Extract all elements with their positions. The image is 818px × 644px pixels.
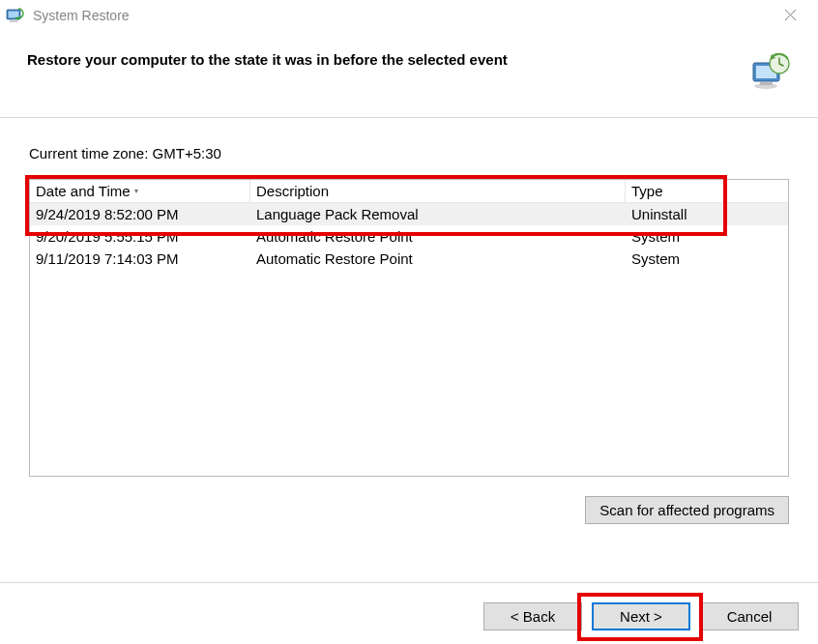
scan-affected-button[interactable]: Scan for affected programs [585,496,789,524]
column-header-description[interactable]: Description [250,180,626,202]
titlebar: System Restore [0,0,818,30]
system-restore-icon [6,7,25,24]
timezone-label: Current time zone: GMT+5:30 [29,145,789,161]
column-label: Description [256,183,329,199]
cancel-button[interactable]: Cancel [700,602,799,630]
page-heading: Restore your computer to the state it wa… [27,51,731,68]
cell-description: Language Pack Removal [250,205,626,223]
back-button[interactable]: < Back [483,602,582,630]
cell-type: System [626,249,788,268]
cell-date: 9/11/2019 7:14:03 PM [30,249,250,268]
restore-large-icon [750,51,791,92]
window-title: System Restore [33,8,769,23]
cell-type: System [626,227,788,246]
footer-divider [0,582,818,583]
table-row[interactable]: 9/11/2019 7:14:03 PMAutomatic Restore Po… [30,248,788,270]
column-header-date[interactable]: Date and Time ▾ [30,180,250,202]
table-header: Date and Time ▾ Description Type [30,180,788,203]
wizard-header: Restore your computer to the state it wa… [0,30,818,118]
table-body: 9/24/2019 8:52:00 PMLanguage Pack Remova… [30,203,788,270]
svg-rect-1 [9,11,19,17]
cell-type: Uninstall [626,205,788,223]
column-header-type[interactable]: Type [626,180,788,202]
cell-description: Automatic Restore Point [250,249,626,268]
svg-rect-9 [760,82,773,85]
cell-date: 9/24/2019 8:52:00 PM [30,205,250,223]
table-row[interactable]: 9/24/2019 8:52:00 PMLanguage Pack Remova… [30,203,788,225]
cell-description: Automatic Restore Point [250,227,626,246]
table-row[interactable]: 9/20/2019 5:55:15 PMAutomatic Restore Po… [30,225,788,248]
close-button[interactable] [769,1,812,29]
cell-date: 9/20/2019 5:55:15 PM [30,227,250,246]
wizard-buttons: < Back Next > Cancel [483,602,799,630]
sort-indicator-icon: ▾ [134,187,138,195]
column-label: Date and Time [36,183,131,199]
next-button[interactable]: Next > [592,602,690,630]
content-area: Current time zone: GMT+5:30 Date and Tim… [0,118,818,534]
column-label: Type [631,183,663,199]
restore-points-list: Date and Time ▾ Description Type 9/24/20… [29,179,789,477]
svg-rect-2 [10,20,17,22]
